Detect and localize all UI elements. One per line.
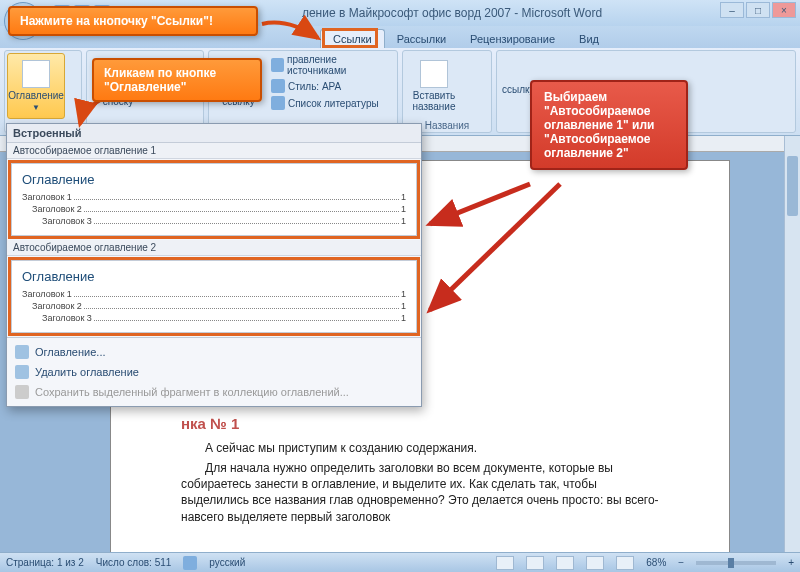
minimize-button[interactable]: – <box>720 2 744 18</box>
toc-button[interactable]: Оглавление ▼ <box>7 53 65 119</box>
toc-save-menu-item: Сохранить выделенный фрагмент в коллекци… <box>7 382 421 402</box>
tab-references[interactable]: Ссылки <box>320 29 385 48</box>
toc-preview-title: Оглавление <box>22 269 406 284</box>
doc-text: Для начала нужно определить заголовки во… <box>181 460 659 525</box>
scrollbar-thumb[interactable] <box>787 156 798 216</box>
toc-save-label: Сохранить выделенный фрагмент в коллекци… <box>35 386 349 398</box>
manage-sources-label: правление источниками <box>287 54 392 76</box>
sources-icon <box>271 58 284 72</box>
toc-auto2-preview[interactable]: Оглавление Заголовок 11 Заголовок 21 Заг… <box>11 260 417 333</box>
toc-remove-icon <box>15 365 29 379</box>
zoom-out-button[interactable]: − <box>678 557 684 568</box>
callout-click-toc: Кликаем по кнопке "Оглавление" <box>92 58 262 102</box>
caption-label: Вставить название <box>407 90 461 112</box>
caption-icon <box>420 60 448 88</box>
print-layout-view-button[interactable] <box>496 556 514 570</box>
manage-sources-button[interactable]: правление источниками <box>268 53 395 77</box>
tab-review[interactable]: Рецензирование <box>458 30 567 48</box>
status-page[interactable]: Страница: 1 из 2 <box>6 557 84 568</box>
toc-insert-label: Оглавление... <box>35 346 106 358</box>
doc-text: А сейчас мы приступим к созданию содержа… <box>181 440 659 456</box>
close-button[interactable]: × <box>772 2 796 18</box>
zoom-in-button[interactable]: + <box>788 557 794 568</box>
maximize-button[interactable]: □ <box>746 2 770 18</box>
outline-view-button[interactable] <box>586 556 604 570</box>
draft-view-button[interactable] <box>616 556 634 570</box>
toc-remove-label: Удалить оглавление <box>35 366 139 378</box>
toc-gallery-dropdown: Встроенный Автособираемое оглавление 1 О… <box>6 123 422 407</box>
bibliography-label: Список литературы <box>288 98 379 109</box>
zoom-level[interactable]: 68% <box>646 557 666 568</box>
style-dropdown[interactable]: Стиль: APA <box>268 78 395 94</box>
status-language[interactable]: русский <box>209 557 245 568</box>
toc-auto1-preview[interactable]: Оглавление Заголовок 11 Заголовок 21 Заг… <box>11 163 417 236</box>
web-layout-view-button[interactable] <box>556 556 574 570</box>
chevron-down-icon: ▼ <box>32 103 40 112</box>
toc-icon <box>22 60 50 88</box>
toc-save-icon <box>15 385 29 399</box>
bibliography-icon <box>271 96 285 110</box>
toc-auto2-label: Автособираемое оглавление 2 <box>7 240 421 256</box>
tab-mailings[interactable]: Рассылки <box>385 30 458 48</box>
toc-builtin-header: Встроенный <box>7 124 421 143</box>
toc-remove-menu-item[interactable]: Удалить оглавление <box>7 362 421 382</box>
toc-insert-menu-item[interactable]: Оглавление... <box>7 342 421 362</box>
zoom-slider[interactable] <box>696 561 776 565</box>
status-word-count[interactable]: Число слов: 511 <box>96 557 172 568</box>
tab-view[interactable]: Вид <box>567 30 611 48</box>
zoom-slider-thumb[interactable] <box>728 558 734 568</box>
toc-preview-title: Оглавление <box>22 172 406 187</box>
bibliography-button[interactable]: Список литературы <box>268 95 395 111</box>
style-icon <box>271 79 285 93</box>
toc-auto1-label: Автособираемое оглавление 1 <box>7 143 421 159</box>
vertical-scrollbar[interactable] <box>784 136 800 552</box>
style-label: Стиль: APA <box>288 81 341 92</box>
status-bar: Страница: 1 из 2 Число слов: 511 русский… <box>0 552 800 572</box>
doc-heading: нка № 1 <box>181 415 659 432</box>
spellcheck-icon[interactable] <box>183 556 197 570</box>
full-screen-view-button[interactable] <box>526 556 544 570</box>
toc-button-label: Оглавление <box>8 90 64 101</box>
callout-choose-auto-toc: Выбираем "Автособираемое оглавление 1" и… <box>530 80 688 170</box>
callout-click-references: Нажмите на кнопочку "Ссылки"! <box>8 6 258 36</box>
insert-caption-button[interactable]: Вставить название <box>405 53 463 119</box>
toc-insert-icon <box>15 345 29 359</box>
